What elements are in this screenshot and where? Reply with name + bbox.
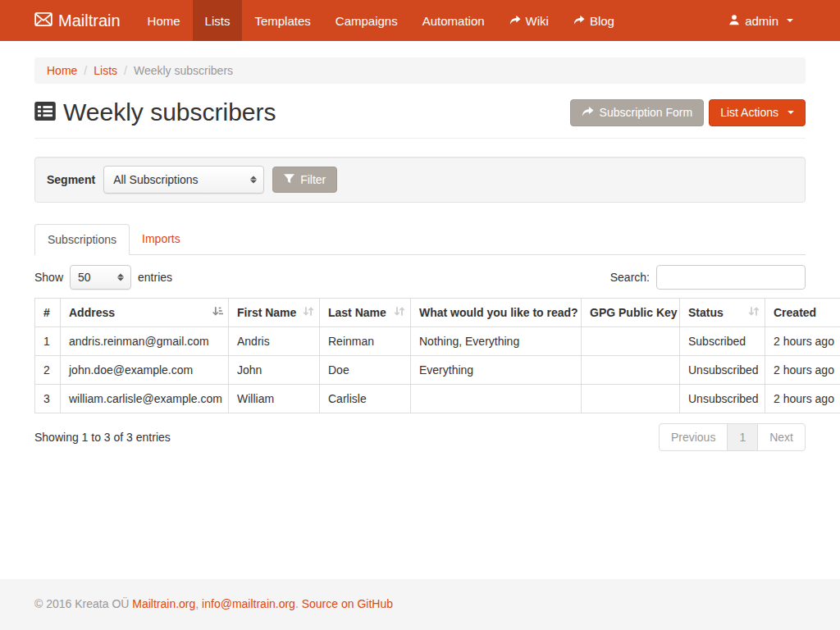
list-actions-label: List Actions [720,106,778,119]
sort-both-icon [303,306,314,320]
cell-first-name: John [229,356,320,385]
cell-address: william.carlisle@example.com [61,385,229,413]
col-first-name[interactable]: First Name [229,299,320,327]
envelope-icon [34,11,52,30]
table-row: 2 john.doe@example.com John Doe Everythi… [35,356,840,385]
segment-select[interactable]: All Subscriptions [103,166,264,194]
cell-created: 2 hours ago [765,385,840,413]
cell-last-name: Carlisle [320,385,411,413]
copyright-text: © 2016 Kreata OÜ [34,597,129,610]
subscribers-table: # Address [34,298,840,413]
sort-asc-icon [212,306,223,320]
segment-label: Segment [47,173,95,186]
filter-icon [284,173,294,186]
cell-index: 3 [35,385,61,413]
cell-status: Subscribed [680,327,765,356]
cell-first-name: William [229,385,320,413]
nav-item-campaigns[interactable]: Campaigns [323,0,410,41]
col-gpg-key: GPG Public Key [582,299,680,327]
cell-index: 2 [35,356,61,385]
cell-address: andris.reinman@gmail.com [61,327,229,356]
cell-index: 1 [35,327,61,356]
pagination-previous[interactable]: Previous [659,423,728,451]
col-last-name[interactable]: Last Name [320,299,411,327]
brand-label: Mailtrain [58,11,121,30]
cell-created: 2 hours ago [765,327,840,356]
cell-created: 2 hours ago [765,356,840,385]
cell-read-pref [411,385,582,413]
filter-button[interactable]: Filter [272,167,337,193]
pagination-page-1[interactable]: 1 [727,423,758,451]
cell-gpg-key [582,327,680,356]
nav-item-automation[interactable]: Automation [410,0,497,41]
cell-status: Unsubscribed [680,385,765,413]
share-icon [582,106,594,120]
breadcrumb-lists[interactable]: Lists [94,64,117,77]
user-label: admin [745,14,778,28]
table-header-row: # Address [35,299,840,327]
tab-subscriptions[interactable]: Subscriptions [34,224,130,255]
page-size-value: 50 [78,271,91,284]
footer-email-link[interactable]: info@mailtrain.org [202,597,295,610]
cell-status: Unsubscribed [680,356,765,385]
cell-gpg-key [582,385,680,413]
external-link-icon [573,14,585,28]
nav-item-home[interactable]: Home [135,0,193,41]
col-created[interactable]: Created [765,299,840,327]
chevron-down-icon [788,111,794,114]
main-content: Home / Lists / Weekly subscribers [22,41,818,451]
filter-label: Filter [300,173,326,186]
tab-imports[interactable]: Imports [130,224,193,255]
breadcrumb-home[interactable]: Home [47,64,77,77]
footer-separator: , [195,597,202,610]
list-actions-button[interactable]: List Actions [709,99,806,126]
select-arrows-icon [250,176,257,184]
brand-link[interactable]: Mailtrain [34,0,135,41]
nav-item-wiki[interactable]: Wiki [497,0,561,41]
col-index: # [35,299,61,327]
show-label: Show [34,271,63,284]
page-title: Weekly subscribers [34,98,276,126]
page-header: Weekly subscribers Subscription Form Lis… [34,98,806,139]
page-title-text: Weekly subscribers [63,98,276,126]
segment-selected-value: All Subscriptions [113,173,199,186]
footer-separator: . [295,597,302,610]
subscription-form-button[interactable]: Subscription Form [570,99,705,126]
search-input[interactable] [656,265,806,290]
footer: © 2016 Kreata OÜ Mailtrain.org, info@mai… [0,579,840,630]
table-footer: Showing 1 to 3 of 3 entries Previous 1 N… [34,423,806,451]
user-menu[interactable]: admin [716,0,806,41]
pagination: Previous 1 Next [659,423,806,451]
table-row: 1 andris.reinman@gmail.com Andris Reinma… [35,327,840,356]
segment-bar: Segment All Subscriptions Filter [34,157,806,203]
table-info: Showing 1 to 3 of 3 entries [34,431,171,444]
cell-read-pref: Everything [411,356,582,385]
page-size-select[interactable]: 50 [70,265,131,290]
breadcrumb-separator: / [84,64,87,77]
pagination-next[interactable]: Next [757,423,806,451]
subscription-form-label: Subscription Form [600,106,693,119]
chevron-down-icon [787,19,793,22]
nav-item-templates[interactable]: Templates [242,0,322,41]
table-controls: Show 50 entries Search: [34,265,806,290]
user-icon [728,14,740,28]
search-label: Search: [610,271,650,284]
cell-first-name: Andris [229,327,320,356]
footer-source-link[interactable]: Source on GitHub [302,597,393,610]
nav-item-wiki-label: Wiki [526,14,549,28]
nav-item-blog[interactable]: Blog [561,0,627,41]
sort-both-icon [748,306,760,320]
cell-gpg-key [582,356,680,385]
col-status[interactable]: Status [680,299,765,327]
cell-last-name: Doe [320,356,411,385]
footer-site-link[interactable]: Mailtrain.org [132,597,195,610]
cell-address: john.doe@example.com [61,356,229,385]
col-address[interactable]: Address [61,299,229,327]
table-row: 3 william.carlisle@example.com William C… [35,385,840,413]
entries-label: entries [138,271,172,284]
tabs: Subscriptions Imports [34,224,806,255]
col-custom-field: What would you like to read? [411,299,582,327]
nav-item-lists[interactable]: Lists [193,0,243,41]
list-alt-icon [34,98,56,126]
breadcrumb-current: Weekly subscribers [134,64,233,77]
